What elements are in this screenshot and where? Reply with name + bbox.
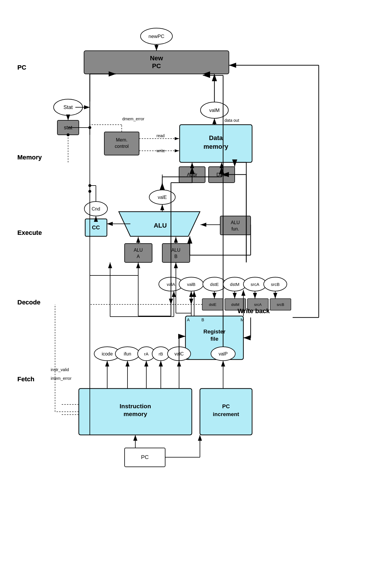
svg-rect-55 [125, 244, 152, 262]
svg-text:A: A [137, 254, 140, 259]
svg-text:rB: rB [159, 351, 163, 356]
svg-point-187 [88, 184, 91, 187]
stage-memory-label: Memory [17, 154, 42, 161]
svg-text:dstE: dstE [210, 282, 219, 287]
svg-text:dmem_error: dmem_error [122, 117, 145, 121]
svg-text:srcA: srcA [251, 282, 259, 287]
svg-text:instr_valid: instr_valid [51, 367, 69, 372]
svg-text:Stat: Stat [63, 104, 73, 110]
svg-text:increment: increment [213, 411, 239, 417]
svg-text:dstE: dstE [209, 302, 216, 307]
svg-text:Instruction: Instruction [120, 403, 151, 409]
svg-rect-22 [104, 132, 139, 155]
svg-text:PC: PC [222, 403, 230, 409]
svg-text:rA: rA [144, 351, 149, 356]
svg-text:ALU: ALU [154, 222, 167, 229]
svg-text:PC: PC [152, 62, 161, 70]
svg-text:newPC: newPC [149, 34, 165, 39]
stage-decode-label: Decode [17, 299, 40, 306]
svg-text:New: New [150, 55, 163, 62]
svg-text:memory: memory [203, 143, 228, 150]
svg-text:srcB: srcB [271, 282, 280, 287]
svg-text:fun.: fun. [232, 226, 239, 231]
svg-text:dstM: dstM [231, 302, 239, 307]
svg-text:read: read [156, 133, 165, 138]
svg-text:srcB: srcB [277, 302, 284, 307]
svg-text:valP: valP [218, 351, 227, 356]
svg-text:A: A [187, 317, 190, 322]
svg-text:M: M [240, 317, 244, 322]
svg-text:ALU: ALU [134, 248, 143, 253]
svg-text:PC: PC [141, 454, 149, 460]
svg-text:Register: Register [203, 329, 226, 335]
svg-point-133 [67, 133, 70, 136]
svg-text:CC: CC [92, 224, 100, 231]
svg-text:ifun: ifun [124, 351, 131, 356]
stage-fetch-label: Fetch [17, 375, 34, 383]
svg-text:valB: valB [187, 282, 195, 287]
svg-text:file: file [210, 336, 218, 342]
svg-point-155 [88, 190, 91, 193]
svg-text:Cnd: Cnd [92, 206, 100, 211]
svg-text:valE: valE [158, 195, 167, 200]
svg-text:memory: memory [123, 411, 147, 417]
stage-execute-label: Execute [17, 229, 42, 237]
svg-text:B: B [174, 254, 178, 259]
stage-pc-label: PC [17, 64, 26, 71]
svg-text:B: B [201, 317, 204, 322]
svg-text:ALU: ALU [171, 248, 180, 253]
svg-text:icode: icode [102, 351, 113, 356]
svg-text:srcA: srcA [254, 302, 262, 307]
svg-text:data out: data out [225, 118, 239, 123]
svg-text:valM: valM [209, 108, 220, 113]
svg-rect-59 [162, 244, 190, 262]
stage-writeback-label: Write back [238, 307, 270, 315]
svg-text:Mem.: Mem. [116, 137, 127, 142]
svg-text:ALU: ALU [231, 220, 240, 225]
svg-text:control: control [115, 144, 129, 149]
svg-text:Data: Data [209, 134, 223, 141]
diagram-container: PC Memory Execute Decode Fetch Write bac… [0, 0, 390, 588]
svg-text:dstM: dstM [230, 282, 240, 287]
svg-text:imem_error: imem_error [51, 376, 72, 381]
